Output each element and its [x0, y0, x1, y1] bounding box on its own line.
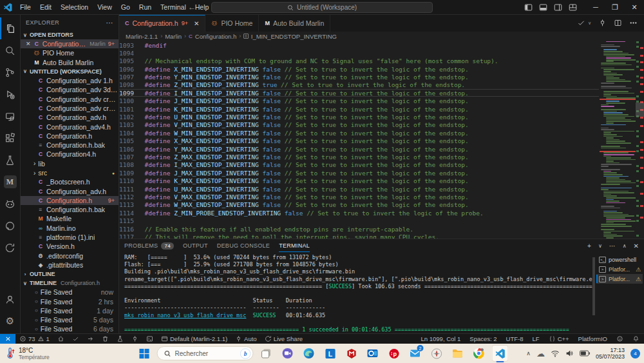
pio-build[interactable] [72, 335, 79, 342]
menu-edit[interactable]: Edit [35, 3, 56, 11]
minimap[interactable] [600, 41, 636, 239]
file-item[interactable]: CConfiguration_adv 3d cr10.h [21, 85, 118, 94]
tray-expand-icon[interactable]: ∧ [526, 350, 531, 357]
restore-button[interactable]: ❐ [605, 0, 625, 14]
command-center[interactable]: Untitled (Workspace) [211, 2, 433, 13]
auto-build-marlin-icon[interactable]: M [0, 171, 21, 193]
file-item[interactable]: CConfiguration.h [21, 132, 118, 141]
file-item[interactable]: MMakefile [21, 214, 118, 223]
file-explorer-icon[interactable] [450, 345, 466, 362]
feedback[interactable] [616, 335, 623, 342]
menu-file[interactable]: File [15, 3, 35, 11]
breadcrumb[interactable]: Marlin-2.1.1›Marlin›CConfiguration.h›≡I_… [119, 32, 644, 41]
settings-icon[interactable]: ⚙ [0, 310, 21, 332]
clock[interactable]: 17:13 05/07/2023 [596, 347, 625, 360]
open-editor-item[interactable]: ✕CConfiguration.hMarlin9+ [21, 39, 118, 48]
remote-indicator[interactable] [0, 334, 15, 344]
pio-home[interactable] [57, 335, 64, 342]
timeline-item[interactable]: ○File Saved6 days [21, 324, 118, 333]
close-button[interactable]: ✕ [625, 0, 644, 14]
nav-back-icon[interactable]: ← [188, 3, 196, 12]
timeline-item[interactable]: ○File Saved5 days [21, 315, 118, 324]
file-item[interactable]: ≡Configuration.h.bak [21, 141, 118, 150]
open-editors-header[interactable]: ∨ OPEN EDITORS [21, 30, 118, 39]
github-icon[interactable] [0, 215, 21, 237]
file-item[interactable]: CConfiguration_adv.h [21, 113, 118, 122]
mail-icon[interactable]: 2 [407, 345, 424, 362]
problems-indicator[interactable]: 731 [19, 335, 50, 342]
file-item[interactable]: ≡Configuration.h.bak [21, 205, 118, 214]
pio-clean[interactable] [102, 335, 109, 342]
weather-widget[interactable]: 18°C Température [0, 347, 50, 360]
toggle-sidebar-icon[interactable] [524, 3, 533, 12]
language-mode[interactable]: C++ [549, 335, 569, 342]
menu-selection[interactable]: Selection [56, 3, 93, 11]
encoding[interactable]: UTF-8 [506, 335, 524, 342]
customize-layout-icon[interactable] [569, 3, 577, 12]
chrome-icon[interactable] [471, 345, 488, 362]
chat-icon[interactable] [279, 345, 296, 362]
file-item[interactable]: ◈.gitattributes [21, 260, 118, 270]
eol[interactable]: LF [533, 335, 540, 342]
mcafee-icon[interactable] [343, 345, 360, 362]
breadcrumb-item[interactable]: Marlin-2.1.1 [126, 33, 158, 40]
l-app-icon[interactable]: L [322, 345, 339, 362]
file-item[interactable]: C_Bootscreen.h [21, 177, 118, 186]
extensions-icon[interactable] [0, 127, 21, 149]
run-task-icon[interactable] [577, 19, 585, 27]
indentation[interactable]: Spaces: 2 [469, 335, 497, 342]
file-item[interactable]: CConfiguration_adv cr10 plus.h [21, 94, 118, 103]
terminal-session[interactable]: >Platfor...⚠ [596, 274, 643, 284]
terminal-scrollbar[interactable] [592, 252, 595, 333]
remote-explorer-icon[interactable] [0, 105, 21, 127]
file-item[interactable]: CConfiguration.h9+ [21, 196, 118, 205]
file-item[interactable]: CConfiguration_adv cr10.h [21, 104, 118, 113]
tab-auto-build-marlin[interactable]: MAuto Build Marlin [259, 15, 330, 32]
taskbar-search[interactable]: Rechercherb [157, 346, 254, 360]
live-share[interactable]: Live Share [265, 335, 303, 342]
notifications[interactable] [632, 335, 639, 342]
pio-project-env[interactable]: Default (Marlin-2.1.1) [161, 335, 227, 342]
source-control-icon[interactable] [0, 61, 21, 83]
terminal-session[interactable]: >Platfor...⚠ [596, 264, 643, 274]
pio-upload[interactable] [87, 335, 94, 342]
red-app-icon[interactable]: p [386, 345, 402, 362]
timeline-header[interactable]: ∨ TIMELINE Configuration.h [21, 279, 118, 288]
toggle-secondary-sidebar-icon[interactable] [554, 3, 562, 12]
platformio-status[interactable]: PlatformIO [578, 335, 607, 342]
scrollbar-slider[interactable] [636, 103, 644, 117]
file-item[interactable]: ∞Marlin.ino [21, 224, 118, 233]
file-item[interactable]: CConfiguration_adv 1.h [21, 76, 118, 85]
panel-tab-output[interactable]: OUTPUT [183, 239, 208, 252]
close-icon[interactable]: ✕ [26, 41, 31, 47]
start-icon[interactable] [136, 345, 153, 362]
panel-tab-debug-console[interactable]: DEBUG CONSOLE [217, 239, 270, 252]
menu-go[interactable]: Go [117, 3, 135, 11]
account-icon[interactable] [0, 288, 21, 310]
live-share-icon[interactable] [0, 237, 21, 259]
tab-configuration-h[interactable]: CConfiguration.h9+✕ [119, 15, 205, 32]
run-debug-icon[interactable] [0, 83, 21, 105]
code-editor[interactable]: 1093 #endif10941095 // Mechanical endsto… [119, 41, 644, 239]
file-item[interactable]: ≡platformio (1).ini [21, 233, 118, 242]
vscode-icon[interactable] [492, 345, 509, 362]
panel-tab-problems[interactable]: PROBLEMS74 [124, 239, 174, 252]
file-item[interactable]: ⚙.editorconfig [21, 251, 118, 260]
file-item[interactable]: CConfiguration_adv4.h [21, 122, 118, 131]
more-actions-icon[interactable] [629, 19, 638, 27]
menu-terminal[interactable]: Terminal [156, 3, 191, 11]
breadcrumb-item[interactable]: I_MIN_ENDSTOP_INVERTING [251, 33, 337, 40]
explorer-icon[interactable] [0, 17, 21, 39]
breadcrumb-item[interactable]: Configuration.h [195, 33, 236, 40]
tab-pio-home[interactable]: PIO Home [205, 15, 259, 32]
panel-tab-terminal[interactable]: TERMINAL [279, 239, 310, 252]
more-actions-icon[interactable]: ⋯ [609, 242, 616, 250]
nav-forward-icon[interactable]: → [202, 3, 210, 12]
new-terminal-icon[interactable]: + [587, 242, 591, 250]
search-icon[interactable] [0, 39, 21, 61]
terminal-output[interactable]: RAM: [===== ] 53.6% (used 70244 bytes fr… [119, 252, 592, 333]
compass-icon[interactable] [428, 345, 445, 362]
breadcrumb-item[interactable]: Marlin [165, 33, 182, 40]
pio-serial-port[interactable]: Auto [235, 335, 257, 342]
notification-count-badge[interactable]: 4 [630, 349, 640, 358]
